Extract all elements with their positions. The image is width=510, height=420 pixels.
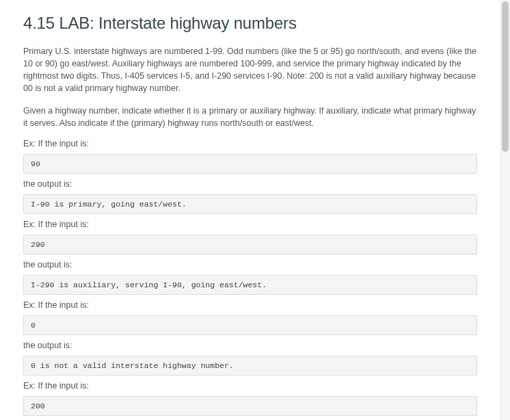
example-input-label: Ex: If the input is: [23, 381, 477, 391]
example-output-code: I-290 is auxiliary, serving I-90, going … [23, 275, 477, 295]
description-paragraph-2: Given a highway number, indicate whether… [23, 105, 477, 129]
example-input-code: 200 [23, 396, 477, 416]
example-output-code: 0 is not a valid interstate highway numb… [23, 356, 477, 376]
example-output-label: the output is: [23, 260, 477, 270]
example-input-code: 90 [23, 154, 477, 174]
scrollbar-track[interactable] [500, 0, 510, 420]
lab-content: 4.15 LAB: Interstate highway numbers Pri… [0, 0, 500, 420]
description-paragraph-1: Primary U.S. interstate highways are num… [23, 45, 477, 95]
example-input-code: 290 [23, 235, 477, 254]
example-input-label: Ex: If the input is: [23, 220, 477, 229]
scrollbar-thumb[interactable] [502, 1, 509, 152]
example-output-code: I-90 is primary, going east/west. [23, 194, 477, 214]
example-input-code: 0 [23, 315, 477, 335]
lab-title: 4.15 LAB: Interstate highway numbers [23, 14, 477, 33]
example-output-label: the output is: [23, 179, 477, 189]
example-input-label: Ex: If the input is: [23, 300, 477, 310]
example-output-label: the output is: [23, 341, 477, 350]
example-input-label: Ex: If the input is: [23, 139, 477, 148]
